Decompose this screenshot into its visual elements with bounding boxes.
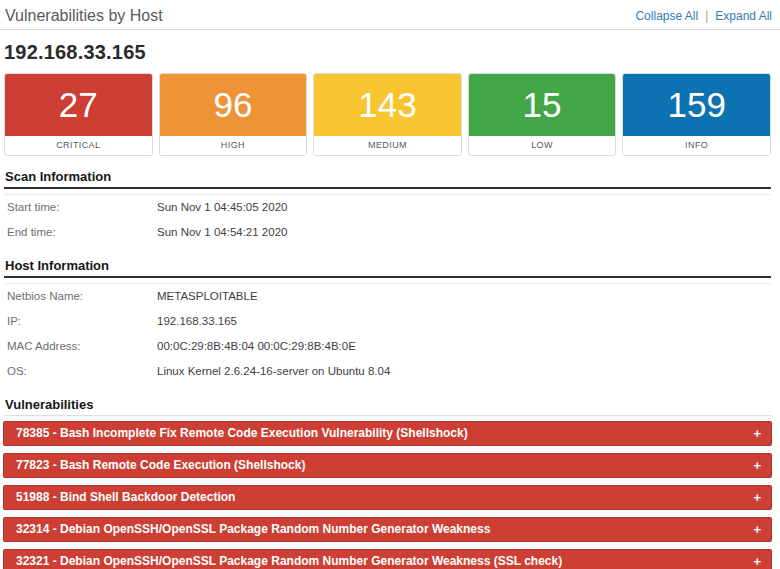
vulnerability-bar[interactable]: 78385 - Bash Incomplete Fix Remote Code … — [3, 421, 772, 446]
host-ip-heading: 192.168.33.165 — [4, 41, 780, 64]
vulnerability-title: 51988 - Bind Shell Backdoor Detection — [16, 490, 235, 504]
vulnerability-report-page: Vulnerabilities by Host Collapse All|Exp… — [0, 0, 780, 569]
severity-count: 15 — [469, 74, 616, 136]
scan-information-section: Scan Information Start time: Sun Nov 1 0… — [4, 169, 771, 245]
info-row-label: Netbios Name: — [7, 290, 157, 303]
info-row-label: Start time: — [7, 201, 157, 214]
vulnerability-title: 77823 - Bash Remote Code Execution (Shel… — [16, 458, 305, 472]
severity-box: 96 HIGH — [159, 73, 308, 156]
info-row-value: 192.168.33.165 — [157, 315, 237, 328]
report-header: Vulnerabilities by Host Collapse All|Exp… — [0, 0, 780, 30]
header-links: Collapse All|Expand All — [635, 9, 772, 23]
severity-box: 143 MEDIUM — [313, 73, 462, 156]
severity-box: 27 CRITICAL — [4, 73, 153, 156]
host-information-section: Host Information Netbios Name: METASPLOI… — [4, 258, 771, 384]
vulnerability-title: 78385 - Bash Incomplete Fix Remote Code … — [16, 426, 468, 440]
severity-label: MEDIUM — [314, 136, 461, 155]
vulnerabilities-section: Vulnerabilities — [4, 397, 771, 416]
expand-plus-icon: + — [753, 454, 761, 477]
info-row: End time: Sun Nov 1 04:54:21 2020 — [4, 220, 771, 245]
expand-plus-icon: + — [753, 518, 761, 541]
severity-label: HIGH — [160, 136, 307, 155]
collapse-all-link[interactable]: Collapse All — [635, 9, 698, 23]
severity-count: 96 — [160, 74, 307, 136]
expand-plus-icon: + — [753, 422, 761, 445]
info-row-label: IP: — [7, 315, 157, 328]
info-row: Start time: Sun Nov 1 04:45:05 2020 — [4, 195, 771, 220]
info-row: OS: Linux Kernel 2.6.24-16-server on Ubu… — [4, 359, 771, 384]
info-row-label: End time: — [7, 226, 157, 239]
info-row: Netbios Name: METASPLOITABLE — [4, 284, 771, 309]
vulnerabilities-heading: Vulnerabilities — [4, 397, 771, 416]
vulnerability-title: 32321 - Debian OpenSSH/OpenSSL Package R… — [16, 554, 562, 568]
vulnerability-bar[interactable]: 32321 - Debian OpenSSH/OpenSSL Package R… — [3, 549, 772, 569]
page-title: Vulnerabilities by Host — [5, 7, 163, 25]
severity-count: 143 — [314, 74, 461, 136]
info-row-value: Sun Nov 1 04:54:21 2020 — [157, 226, 287, 239]
severity-label: INFO — [623, 136, 770, 155]
severity-count: 27 — [5, 74, 152, 136]
vulnerability-bar[interactable]: 32314 - Debian OpenSSH/OpenSSL Package R… — [3, 517, 772, 542]
host-information-heading: Host Information — [4, 258, 771, 278]
expand-plus-icon: + — [753, 550, 761, 569]
vulnerability-bar[interactable]: 77823 - Bash Remote Code Execution (Shel… — [3, 453, 772, 478]
info-row: MAC Address: 00:0C:29:8B:4B:04 00:0C:29:… — [4, 334, 771, 359]
info-row-value: 00:0C:29:8B:4B:04 00:0C:29:8B:4B:0E — [157, 340, 356, 353]
scan-information-heading: Scan Information — [4, 169, 771, 189]
host-information-table: Netbios Name: METASPLOITABLE IP: 192.168… — [4, 283, 771, 384]
expand-plus-icon: + — [753, 486, 761, 509]
links-separator: | — [705, 9, 708, 23]
severity-label: CRITICAL — [5, 136, 152, 155]
severity-box: 15 LOW — [468, 73, 617, 156]
vulnerability-title: 32314 - Debian OpenSSH/OpenSSL Package R… — [16, 522, 490, 536]
info-row: IP: 192.168.33.165 — [4, 309, 771, 334]
vulnerability-bar[interactable]: 51988 - Bind Shell Backdoor Detection + — [3, 485, 772, 510]
severity-box: 159 INFO — [622, 73, 771, 156]
severity-count: 159 — [623, 74, 770, 136]
info-row-value: METASPLOITABLE — [157, 290, 258, 303]
info-row-label: OS: — [7, 365, 157, 378]
vulnerability-list: 78385 - Bash Incomplete Fix Remote Code … — [3, 421, 772, 569]
expand-all-link[interactable]: Expand All — [715, 9, 772, 23]
info-row-label: MAC Address: — [7, 340, 157, 353]
info-row-value: Sun Nov 1 04:45:05 2020 — [157, 201, 287, 214]
scan-information-table: Start time: Sun Nov 1 04:45:05 2020 End … — [4, 194, 771, 245]
severity-summary-row: 27 CRITICAL 96 HIGH 143 MEDIUM 15 LOW 15… — [4, 73, 771, 156]
severity-label: LOW — [469, 136, 616, 155]
info-row-value: Linux Kernel 2.6.24-16-server on Ubuntu … — [157, 365, 390, 378]
